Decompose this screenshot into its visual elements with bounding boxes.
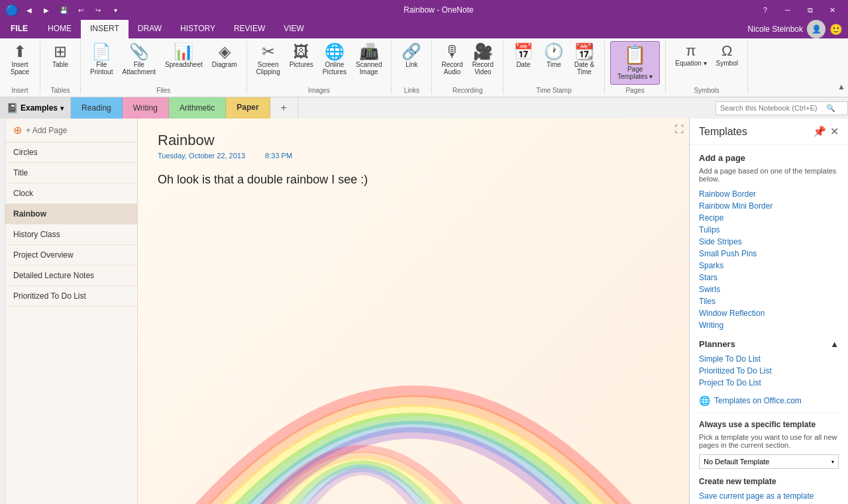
template-link-rainbow-mini[interactable]: Rainbow Mini Border [699, 200, 839, 212]
link-button[interactable]: 🔗 Link [397, 41, 426, 71]
page-item-clock[interactable]: Clock [5, 183, 137, 204]
restore-button[interactable]: ⧉ [800, 3, 820, 17]
recording-group-label: Recording [452, 85, 483, 94]
create-section: Create new template Save current page as… [699, 477, 839, 502]
pages-group: 📋 PageTemplates ▾ Pages [605, 41, 666, 94]
save-button[interactable]: 💾 [57, 3, 70, 17]
planners-header[interactable]: Planners ▲ [699, 339, 839, 349]
template-link-window-reflection[interactable]: Window Reflection [699, 307, 839, 319]
template-link-project-todo[interactable]: Project To Do List [699, 377, 839, 389]
forward-button[interactable]: ▶ [40, 3, 53, 17]
file-printout-icon: 📄 [91, 44, 111, 60]
pictures-button[interactable]: 🖼 Pictures [286, 41, 317, 71]
template-link-prioritized-todo[interactable]: Prioritized To Do List [699, 365, 839, 377]
draw-tab[interactable]: DRAW [129, 20, 171, 38]
home-tab[interactable]: HOME [38, 20, 81, 38]
note-title: Rainbow [158, 132, 669, 149]
undo-button[interactable]: ↩ [74, 3, 87, 17]
insert-space-button[interactable]: ⬆ InsertSpace [5, 41, 34, 78]
user-avatar[interactable]: 👤 [807, 20, 825, 38]
planners-section: Planners ▲ Simple To Do List Prioritized… [699, 339, 839, 389]
redo-button[interactable]: ↪ [91, 3, 105, 17]
reading-tab[interactable]: Reading [71, 97, 123, 119]
note-canvas: Rainbow Tuesday, October 22, 2013 8:33 P… [138, 119, 689, 504]
time-button[interactable]: 🕐 Time [539, 41, 568, 71]
scanned-image-button[interactable]: 📠 ScannedImage [352, 41, 386, 78]
date-time-button[interactable]: 📆 Date &Time [570, 41, 599, 78]
office-icon: 🌐 [699, 395, 710, 406]
template-link-stars[interactable]: Stars [699, 272, 839, 283]
add-section-tab[interactable]: + [270, 97, 298, 119]
title-bar: 🔵 ◀ ▶ 💾 ↩ ↪ ▾ Rainbow - OneNote ? ─ ⧉ ✕ [0, 0, 848, 20]
template-link-rainbow-border[interactable]: Rainbow Border [699, 188, 839, 200]
spreadsheet-button[interactable]: 📊 Spreadsheet [161, 41, 207, 71]
save-template-link[interactable]: Save current page as a template [699, 490, 839, 502]
record-audio-button[interactable]: 🎙 RecordAudio [437, 41, 466, 78]
symbol-label: Symbol [716, 60, 738, 67]
close-panel-button[interactable]: ✕ [830, 125, 839, 138]
dropdown-arrow-icon: ▾ [831, 459, 834, 465]
files-group-items: 📄 FilePrintout 📎 FileAttachment 📊 Spread… [86, 41, 241, 85]
notebook-selector[interactable]: 📓 Examples ▾ [0, 97, 71, 119]
file-printout-button[interactable]: 📄 FilePrintout [86, 41, 117, 78]
search-box[interactable]: 🔍 [716, 101, 848, 115]
review-tab[interactable]: REVIEW [225, 20, 274, 38]
help-button[interactable]: ? [755, 3, 775, 17]
diagram-label: Diagram [212, 61, 237, 68]
template-link-sparks[interactable]: Sparks [699, 260, 839, 272]
insert-group-items: ⬆ InsertSpace [5, 41, 34, 85]
spreadsheet-label: Spreadsheet [165, 61, 203, 68]
back-button[interactable]: ◀ [23, 3, 36, 17]
recording-group-items: 🎙 RecordAudio 🎥 RecordVideo [437, 41, 498, 85]
file-attachment-button[interactable]: 📎 FileAttachment [118, 41, 160, 78]
template-link-writing[interactable]: Writing [699, 319, 839, 331]
pin-icon[interactable]: 📌 [813, 125, 826, 138]
history-tab[interactable]: HISTORY [171, 20, 225, 38]
office-templates-link[interactable]: 🌐 Templates on Office.com [699, 395, 839, 406]
insert-tab[interactable]: INSERT [81, 20, 129, 38]
page-item-detailed-lecture[interactable]: Detailed Lecture Notes [5, 266, 137, 286]
page-item-prioritized-todo[interactable]: Prioritized To Do List [5, 286, 137, 307]
page-item-rainbow[interactable]: Rainbow [5, 204, 137, 225]
template-link-simple-todo[interactable]: Simple To Do List [699, 353, 839, 365]
page-item-title[interactable]: Title [5, 163, 137, 183]
template-link-tiles[interactable]: Tiles [699, 295, 839, 307]
page-item-history-class[interactable]: History Class [5, 225, 137, 245]
template-link-side-stripes[interactable]: Side Stripes [699, 236, 839, 248]
template-dropdown[interactable]: No Default Template ▾ [699, 454, 839, 469]
note-time: 8:33 PM [265, 152, 292, 160]
screen-clipping-button[interactable]: ✂ ScreenClipping [252, 41, 284, 78]
add-page-button[interactable]: ⊕ + Add Page [5, 119, 137, 142]
arithmetic-tab[interactable]: Arithmetic [169, 97, 226, 119]
minimize-button[interactable]: ─ [778, 3, 798, 17]
table-button[interactable]: ⊞ Table [46, 41, 75, 71]
writing-tab[interactable]: Writing [123, 97, 169, 119]
date-time-icon: 📆 [574, 44, 594, 60]
template-link-recipe[interactable]: Recipe [699, 212, 839, 224]
templates-title: Templates [699, 126, 747, 138]
template-link-small-push-pins[interactable]: Small Push Pins [699, 248, 839, 260]
insert-space-icon: ⬆ [13, 44, 26, 60]
page-item-project-overview[interactable]: Project Overview [5, 245, 137, 266]
template-link-tulips[interactable]: Tulips [699, 224, 839, 236]
expand-note-button[interactable]: ⛶ [674, 124, 684, 134]
record-video-button[interactable]: 🎥 RecordVideo [468, 41, 498, 78]
always-desc: Pick a template you want to use for all … [699, 433, 839, 449]
close-button[interactable]: ✕ [823, 3, 843, 17]
equation-button[interactable]: π Equation ▾ [671, 41, 710, 70]
diagram-button[interactable]: ◈ Diagram [208, 41, 241, 71]
template-link-swirls[interactable]: Swirls [699, 283, 839, 295]
pages-group-items: 📋 PageTemplates ▾ [610, 41, 660, 85]
qat-more-button[interactable]: ▾ [109, 3, 122, 17]
note-body[interactable]: Oh look is that a double rainbow I see :… [158, 173, 669, 187]
page-templates-button[interactable]: 📋 PageTemplates ▾ [610, 41, 660, 85]
collapse-ribbon-button[interactable]: ▲ [837, 82, 845, 91]
symbol-button[interactable]: Ω Symbol [712, 41, 742, 70]
file-tab[interactable]: FILE [0, 20, 38, 38]
date-button[interactable]: 📅 Date [509, 41, 538, 71]
online-pictures-button[interactable]: 🌐 OnlinePictures [319, 41, 350, 78]
page-item-circles[interactable]: Circles [5, 142, 137, 163]
search-input[interactable] [720, 104, 826, 112]
view-tab[interactable]: VIEW [274, 20, 313, 38]
paper-tab[interactable]: Paper [226, 97, 270, 119]
